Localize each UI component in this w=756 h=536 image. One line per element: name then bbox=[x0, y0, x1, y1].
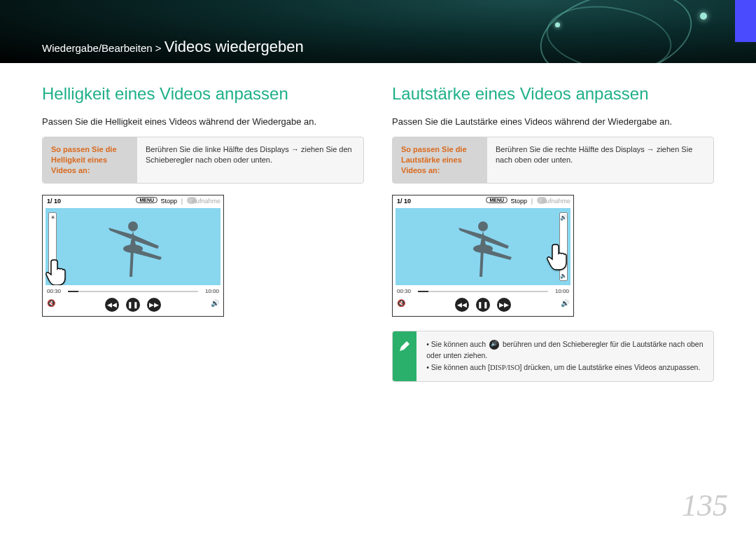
decorative-dot bbox=[555, 22, 560, 27]
page-header: Wiedergabe/Bearbeiten > Videos wiedergeb… bbox=[0, 0, 756, 63]
instruction-box: So passen Sie die Helligkeit eines Video… bbox=[42, 137, 364, 184]
player-viewport: ☀ ☼ bbox=[46, 208, 220, 285]
note-item: Sie können auch [DISP/ISO] drücken, um d… bbox=[426, 362, 704, 374]
breadcrumb-title: Videos wiedergeben bbox=[164, 38, 304, 55]
divider: | bbox=[531, 198, 533, 205]
time-total: 10:00 bbox=[205, 288, 219, 294]
frame-counter: 1/ 10 bbox=[47, 198, 61, 205]
player-controls: 🔇 ◀◀ ❚❚ ▶▶ 🔊 bbox=[393, 295, 573, 316]
forward-button[interactable]: ▶▶ bbox=[147, 298, 161, 312]
column-brightness: Helligkeit eines Videos anpassen Passen … bbox=[42, 84, 364, 382]
menu-icon: MENU bbox=[136, 197, 158, 203]
stop-label: Stopp bbox=[510, 198, 527, 205]
svg-point-0 bbox=[128, 221, 138, 231]
time-elapsed: 00:30 bbox=[397, 288, 411, 294]
progress-bar[interactable]: 00:30 10:00 bbox=[47, 288, 219, 295]
note-text: Sie können auch 🔊 berühren und den Schie… bbox=[416, 331, 713, 381]
note-box: Sie können auch 🔊 berühren und den Schie… bbox=[392, 331, 714, 382]
speaker-icon[interactable]: 🔊 bbox=[561, 299, 569, 307]
speaker-mute-icon[interactable]: 🔇 bbox=[47, 299, 55, 307]
forward-button[interactable]: ▶▶ bbox=[497, 298, 511, 312]
menu-icon: MENU bbox=[486, 197, 507, 203]
brightness-up-icon: ☀ bbox=[50, 214, 55, 221]
instruction-box: So passen Sie die Lautstärke eines Video… bbox=[392, 137, 714, 184]
time-total: 10:00 bbox=[555, 288, 569, 294]
touch-hand-icon bbox=[46, 256, 74, 285]
header-accent bbox=[735, 0, 756, 42]
record-label: Aufnahme bbox=[542, 198, 570, 205]
instruction-text: Berühren Sie die rechte Hälfte des Displ… bbox=[487, 137, 713, 183]
player-status-bar: 1/ 10 MENU Stopp | Aufnahme bbox=[43, 195, 223, 208]
speaker-icon: 🔊 bbox=[489, 340, 499, 350]
speaker-mute-icon[interactable]: 🔇 bbox=[397, 299, 405, 307]
volume-up-icon: 🔊 bbox=[560, 214, 567, 221]
breadcrumb: Wiedergabe/Bearbeiten > Videos wiedergeb… bbox=[42, 38, 304, 56]
column-volume: Lautstärke eines Videos anpassen Passen … bbox=[392, 84, 714, 382]
rewind-button[interactable]: ◀◀ bbox=[455, 298, 469, 312]
progress-track[interactable] bbox=[418, 291, 548, 292]
section-heading-volume: Lautstärke eines Videos anpassen bbox=[392, 84, 714, 104]
rewind-button[interactable]: ◀◀ bbox=[105, 298, 119, 312]
note-item: Sie können auch 🔊 berühren und den Schie… bbox=[426, 338, 704, 362]
breadcrumb-path: Wiedergabe/Bearbeiten > bbox=[42, 42, 162, 54]
pause-button[interactable]: ❚❚ bbox=[476, 298, 490, 312]
record-label: Aufnahme bbox=[192, 198, 220, 205]
frame-counter: 1/ 10 bbox=[397, 198, 411, 205]
dancer-silhouette bbox=[444, 215, 522, 278]
video-player-preview: 1/ 10 MENU Stopp | Aufnahme ☀ ☼ bbox=[42, 195, 224, 317]
player-status-bar: 1/ 10 MENU Stopp | Aufnahme bbox=[393, 195, 573, 208]
player-controls: 🔇 ◀◀ ❚❚ ▶▶ 🔊 bbox=[43, 295, 223, 316]
progress-bar[interactable]: 00:30 10:00 bbox=[397, 288, 569, 295]
instruction-label: So passen Sie die Lautstärke eines Video… bbox=[393, 137, 487, 183]
disp-iso-label: DISP/ISO bbox=[490, 364, 520, 371]
time-elapsed: 00:30 bbox=[47, 288, 61, 294]
volume-down-icon: 🔈 bbox=[560, 273, 567, 279]
pause-button[interactable]: ❚❚ bbox=[126, 298, 140, 312]
speaker-icon[interactable]: 🔊 bbox=[211, 299, 219, 307]
divider: | bbox=[181, 198, 183, 205]
progress-track[interactable] bbox=[68, 291, 198, 292]
svg-point-1 bbox=[123, 245, 143, 253]
intro-text: Passen Sie die Helligkeit eines Videos w… bbox=[42, 116, 364, 127]
video-player-preview: 1/ 10 MENU Stopp | Aufnahme 🔊 🔈 bbox=[392, 195, 574, 317]
svg-point-2 bbox=[478, 221, 488, 231]
pen-note-icon bbox=[393, 331, 416, 381]
svg-point-3 bbox=[473, 245, 493, 253]
page-number: 135 bbox=[682, 488, 728, 523]
intro-text: Passen Sie die Lautstärke eines Videos w… bbox=[392, 116, 714, 127]
dancer-silhouette bbox=[94, 215, 172, 278]
touch-hand-icon bbox=[544, 240, 570, 271]
section-heading-brightness: Helligkeit eines Videos anpassen bbox=[42, 84, 364, 104]
instruction-label: So passen Sie die Helligkeit eines Video… bbox=[43, 137, 137, 183]
stop-label: Stopp bbox=[160, 198, 177, 205]
player-viewport: 🔊 🔈 bbox=[396, 208, 570, 285]
decorative-dot bbox=[700, 13, 707, 20]
instruction-text: Berühren Sie die linke Hälfte des Displa… bbox=[137, 137, 363, 183]
